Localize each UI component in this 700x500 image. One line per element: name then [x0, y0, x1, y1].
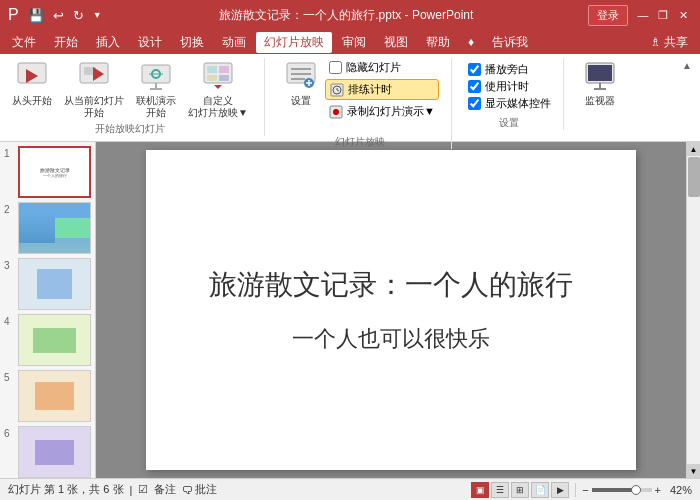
menu-share[interactable]: ♗ 共享: [642, 32, 696, 53]
play-narration-input[interactable]: [468, 63, 481, 76]
menu-animation[interactable]: 动画: [214, 32, 254, 53]
slideshow-view-button[interactable]: ▶: [551, 482, 569, 498]
slide-num-4: 4: [4, 314, 14, 327]
use-timing-label: 使用计时: [485, 79, 529, 94]
main-area: 1 旅游散文记录 一个人的旅行 2 3: [0, 142, 700, 478]
menu-file[interactable]: 文件: [4, 32, 44, 53]
hide-slide-input[interactable]: [329, 61, 342, 74]
normal-view-button[interactable]: ▣: [471, 482, 489, 498]
svg-point-28: [333, 109, 339, 115]
slide-sorter-button[interactable]: ⊞: [511, 482, 529, 498]
menu-lightbulb[interactable]: ♦: [460, 33, 482, 51]
menu-design[interactable]: 设计: [130, 32, 170, 53]
status-divider-1: |: [130, 484, 133, 496]
zoom-knob[interactable]: [631, 485, 641, 495]
right-scrollbar: ▲ ▼: [686, 142, 700, 478]
close-button[interactable]: ✕: [674, 6, 692, 24]
group-start-label: 开始放映幻灯片: [95, 122, 165, 136]
slide-canvas[interactable]: 旅游散文记录：一个人的旅行 一个人也可以很快乐: [146, 150, 636, 470]
from-start-button[interactable]: 从头开始: [8, 58, 56, 110]
svg-marker-15: [214, 85, 222, 89]
svg-rect-30: [588, 65, 612, 81]
thumb-img-4[interactable]: [18, 314, 91, 366]
status-check-icon: ☑: [138, 483, 148, 496]
status-left: 幻灯片 第 1 张，共 6 张 | ☑ 备注 🗨 批注: [8, 482, 463, 497]
scroll-down-button[interactable]: ▼: [687, 464, 701, 478]
title-bar: P 💾 ↩ ↻ ▼ 旅游散文记录：一个人的旅行.pptx - PowerPoin…: [0, 0, 700, 30]
monitor-icon: [584, 61, 616, 93]
menu-view[interactable]: 视图: [376, 32, 416, 53]
use-timing-input[interactable]: [468, 80, 481, 93]
rehearse-timing-checkbox[interactable]: 排练计时: [325, 79, 439, 100]
slide-thumb-5[interactable]: 5: [4, 370, 91, 422]
thumb-img-1[interactable]: 旅游散文记录 一个人的旅行: [18, 146, 91, 198]
from-current-button[interactable]: 从当前幻灯片开始: [60, 58, 128, 122]
slide-thumb-3[interactable]: 3: [4, 258, 91, 310]
slide-thumb-4[interactable]: 4: [4, 314, 91, 366]
outline-view-button[interactable]: ☰: [491, 482, 509, 498]
slide-panel: 1 旅游散文记录 一个人的旅行 2 3: [0, 142, 96, 478]
slide-num-5: 5: [4, 370, 14, 383]
undo-button[interactable]: ↩: [50, 7, 67, 24]
scroll-thumb[interactable]: [688, 157, 700, 197]
zoom-level[interactable]: 42%: [664, 484, 692, 496]
restore-button[interactable]: ❐: [654, 6, 672, 24]
zoom-in-button[interactable]: +: [655, 484, 661, 496]
slide-thumb-2[interactable]: 2: [4, 202, 91, 254]
menu-help[interactable]: 帮助: [418, 32, 458, 53]
online-label: 联机演示开始: [136, 95, 176, 119]
record-label: 录制幻灯片演示▼: [347, 104, 435, 119]
slide-thumb-6[interactable]: 6: [4, 426, 91, 478]
status-divider-2: [575, 483, 576, 497]
custom-button[interactable]: 自定义幻灯片放映▼: [184, 58, 252, 122]
zoom-slider[interactable]: [592, 488, 652, 492]
notes-button[interactable]: 备注: [154, 482, 176, 497]
quick-access-toolbar: 💾 ↩ ↻ ▼: [25, 7, 105, 24]
thumb-img-5[interactable]: [18, 370, 91, 422]
comments-button[interactable]: 🗨 批注: [182, 482, 217, 497]
record-slide-checkbox[interactable]: 录制幻灯片演示▼: [325, 102, 439, 121]
settings-checkboxes: 播放旁白 使用计时 显示媒体控件: [468, 58, 551, 125]
menu-slideshow[interactable]: 幻灯片放映: [256, 32, 332, 53]
thumb-img-2[interactable]: [18, 202, 91, 254]
view-buttons: ▣ ☰ ⊞ 📄 ▶: [471, 482, 569, 498]
show-media-label: 显示媒体控件: [485, 96, 551, 111]
ribbon-group-settings: 播放旁白 使用计时 显示媒体控件 设置: [468, 58, 564, 130]
play-narration-checkbox[interactable]: 播放旁白: [468, 62, 551, 77]
ribbon: 从头开始 从当前幻灯片开始: [0, 54, 700, 142]
ribbon-group-start: 从头开始 从当前幻灯片开始: [8, 58, 265, 136]
redo-button[interactable]: ↻: [70, 7, 87, 24]
zoom-out-button[interactable]: −: [582, 484, 588, 496]
menu-insert[interactable]: 插入: [88, 32, 128, 53]
save-button[interactable]: 💾: [25, 7, 47, 24]
reading-view-button[interactable]: 📄: [531, 482, 549, 498]
show-media-checkbox[interactable]: 显示媒体控件: [468, 96, 551, 111]
more-button[interactable]: ▼: [90, 9, 105, 21]
thumb-img-3[interactable]: [18, 258, 91, 310]
app-icon: P: [8, 6, 19, 24]
setup-button[interactable]: 设置: [281, 58, 321, 110]
zoom-fill: [592, 488, 634, 492]
hide-slide-label: 隐藏幻灯片: [346, 60, 401, 75]
show-media-input[interactable]: [468, 97, 481, 110]
group-setup-label: 幻灯片放映: [335, 135, 385, 149]
minimize-button[interactable]: —: [634, 6, 652, 24]
window-title: 旅游散文记录：一个人的旅行.pptx - PowerPoint: [105, 7, 588, 24]
menu-review[interactable]: 审阅: [334, 32, 374, 53]
from-start-icon: [16, 61, 48, 93]
slide-thumb-1[interactable]: 1 旅游散文记录 一个人的旅行: [4, 146, 91, 198]
ribbon-collapse[interactable]: ▲: [682, 58, 692, 71]
menu-home[interactable]: 开始: [46, 32, 86, 53]
use-timing-checkbox[interactable]: 使用计时: [468, 79, 551, 94]
menu-transitions[interactable]: 切换: [172, 32, 212, 53]
hide-slide-checkbox[interactable]: 隐藏幻灯片: [325, 58, 439, 77]
zoom-control: − + 42%: [582, 484, 692, 496]
monitor-button[interactable]: 监视器: [580, 58, 620, 110]
scroll-up-button[interactable]: ▲: [687, 142, 701, 156]
thumb-img-6[interactable]: [18, 426, 91, 478]
from-start-label: 从头开始: [12, 95, 52, 107]
menu-tellme[interactable]: 告诉我: [484, 32, 536, 53]
login-button[interactable]: 登录: [588, 5, 628, 26]
online-button[interactable]: 联机演示开始: [132, 58, 180, 122]
scroll-track[interactable]: [687, 156, 701, 464]
